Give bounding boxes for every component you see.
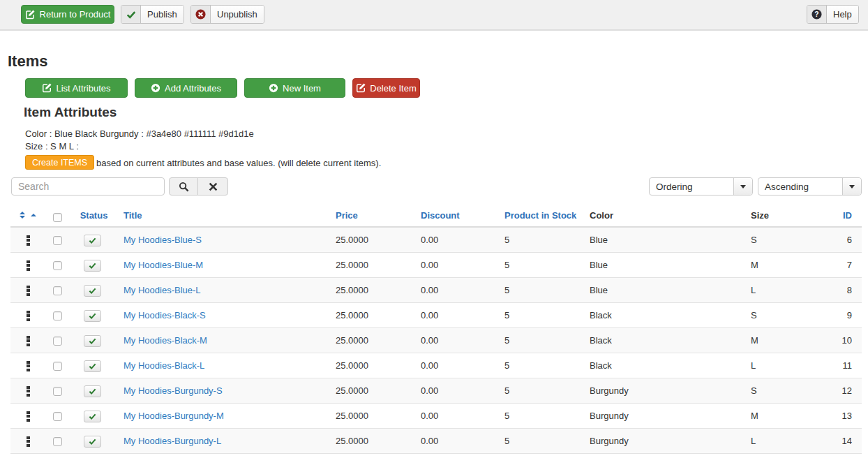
svg-text:?: ? (814, 10, 818, 18)
